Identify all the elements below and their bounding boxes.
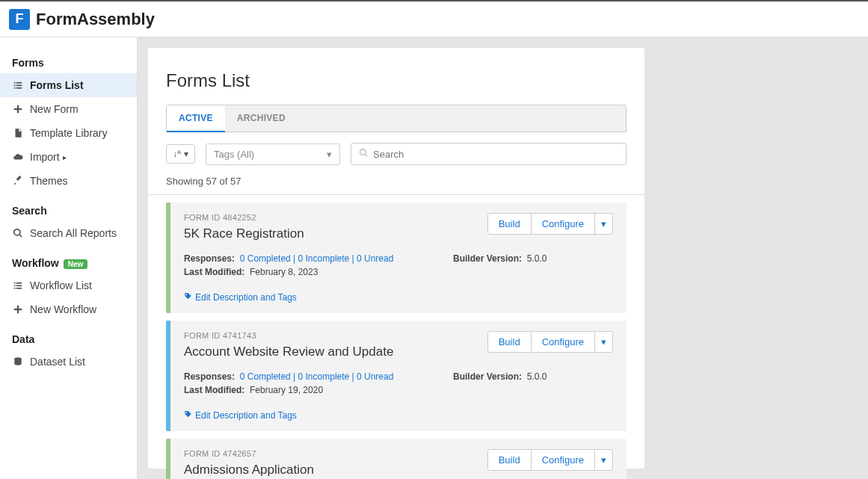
logo[interactable]: F FormAssembly [9,9,155,30]
actions-dropdown-button[interactable]: ▾ [595,213,613,235]
search-input[interactable] [373,149,618,160]
form-card: FORM ID 48422525K Race RegistrationBuild… [166,203,627,313]
brush-icon [12,176,24,186]
responses-label: Responses: [184,371,235,382]
sidebar-heading: Search [0,200,137,221]
cloud-icon [12,152,24,162]
list-icon [12,80,24,90]
form-actions: BuildConfigure▾ [487,449,613,471]
search-icon [359,148,369,160]
tabs: ACTIVE ARCHIVED [166,105,627,132]
sidebar: FormsForms ListNew FormTemplate LibraryI… [0,37,138,479]
sidebar-item-themes[interactable]: Themes [0,169,137,193]
builder-version-row: Builder Version: 5.0.0 [453,371,613,382]
form-name[interactable]: Admissions Application [184,463,314,478]
search-box[interactable] [351,143,627,165]
form-card: FORM ID 4742657Admissions ApplicationBui… [166,439,627,479]
svg-rect-2 [14,87,16,89]
last-modified-value: February 8, 2023 [250,267,318,277]
last-modified-label: Last Modified: [184,385,244,395]
sort-icon: ↓ᴬ [173,149,181,159]
sidebar-item-label: Search All Reports [30,227,117,239]
tags-filter-label: Tags (All) [214,149,254,160]
form-actions: BuildConfigure▾ [487,213,613,235]
file-icon [12,128,24,138]
svg-rect-4 [16,84,22,86]
edit-description-label: Edit Description and Tags [195,292,297,303]
form-card-head: FORM ID 48422525K Race RegistrationBuild… [184,213,613,241]
configure-button[interactable]: Configure [532,331,595,353]
last-modified-label: Last Modified: [184,267,244,277]
sort-button[interactable]: ↓ᴬ ▾ [166,144,195,164]
tab-archived[interactable]: ARCHIVED [225,105,298,132]
configure-button[interactable]: Configure [532,449,595,471]
svg-point-19 [360,149,366,155]
edit-description-link[interactable]: Edit Description and Tags [184,292,613,303]
responses-row: Responses: 0 Completed | 0 Incomplete | … [184,253,453,264]
actions-dropdown-button[interactable]: ▾ [595,449,613,471]
chevron-down-icon: ▾ [601,454,606,466]
search-icon [12,228,24,238]
chevron-down-icon: ▾ [327,149,332,160]
responses-row: Responses: 0 Completed | 0 Incomplete | … [184,371,453,382]
edit-description-label: Edit Description and Tags [195,410,297,421]
tags-filter-select[interactable]: Tags (All) ▾ [206,143,340,165]
svg-point-21 [185,294,187,295]
form-name[interactable]: 5K Race Registration [184,226,304,241]
configure-button[interactable]: Configure [532,213,595,235]
logo-icon: F [9,9,30,30]
svg-rect-3 [16,82,22,84]
form-name[interactable]: Account Website Review and Update [184,344,393,359]
sidebar-item-forms-list[interactable]: Forms List [0,73,137,97]
svg-rect-0 [14,82,16,84]
build-button[interactable]: Build [487,213,532,235]
responses-link[interactable]: 0 Completed | 0 Incomplete | 0 Unread [240,371,394,382]
builder-version-row: Builder Version: 5.0.0 [453,253,613,264]
form-id: FORM ID 4842252 [184,213,304,222]
sidebar-item-label: Workflow List [30,279,92,291]
sidebar-item-new-workflow[interactable]: New Workflow [0,297,137,321]
sidebar-item-workflow-list[interactable]: Workflow List [0,274,137,297]
form-id: FORM ID 4742657 [184,449,314,458]
topbar: F FormAssembly [0,0,868,37]
form-card-head: FORM ID 4742657Admissions ApplicationBui… [184,449,613,478]
form-meta: Responses: 0 Completed | 0 Incomplete | … [184,371,613,398]
sidebar-item-label: New Workflow [30,303,96,315]
list-icon [12,280,24,291]
svg-line-20 [365,154,367,156]
svg-point-22 [185,412,187,413]
sidebar-item-label: Import [30,151,60,163]
actions-dropdown-button[interactable]: ▾ [595,331,613,353]
chevron-right-icon: ▸ [63,153,67,161]
build-button[interactable]: Build [487,449,532,471]
svg-rect-7 [14,108,22,110]
sidebar-item-label: Themes [30,175,68,187]
builder-version-value: 5.0.0 [527,371,547,382]
sidebar-item-template-library[interactable]: Template Library [0,121,137,145]
svg-rect-1 [14,84,16,86]
svg-rect-12 [14,288,16,289]
form-meta: Responses: 0 Completed | 0 Incomplete | … [184,253,613,280]
edit-description-link[interactable]: Edit Description and Tags [184,410,613,421]
chevron-down-icon: ▾ [601,336,606,347]
chevron-down-icon: ▾ [601,218,606,229]
tab-active[interactable]: ACTIVE [167,105,225,132]
responses-link[interactable]: 0 Completed | 0 Incomplete | 0 Unread [240,253,394,264]
sidebar-item-label: Dataset List [30,356,85,368]
sidebar-item-label: Forms List [30,79,84,91]
sidebar-item-search-all-reports[interactable]: Search All Reports [0,221,137,245]
svg-rect-15 [16,288,22,289]
forms-container: FORM ID 48422525K Race RegistrationBuild… [148,203,644,479]
sidebar-heading: WorkflowNew [0,253,137,274]
form-card: FORM ID 4741743Account Website Review an… [166,321,627,431]
build-button[interactable]: Build [487,331,532,353]
svg-point-8 [14,229,20,235]
last-modified-row: Last Modified: February 19, 2020 [184,385,453,395]
sidebar-item-new-form[interactable]: New Form [0,97,137,121]
sidebar-item-import[interactable]: Import▸ [0,145,137,169]
form-card-head: FORM ID 4741743Account Website Review an… [184,331,613,359]
plus-icon [12,104,24,114]
plus-icon [12,304,24,315]
tag-icon [184,292,192,303]
sidebar-item-dataset-list[interactable]: Dataset List [0,350,137,374]
